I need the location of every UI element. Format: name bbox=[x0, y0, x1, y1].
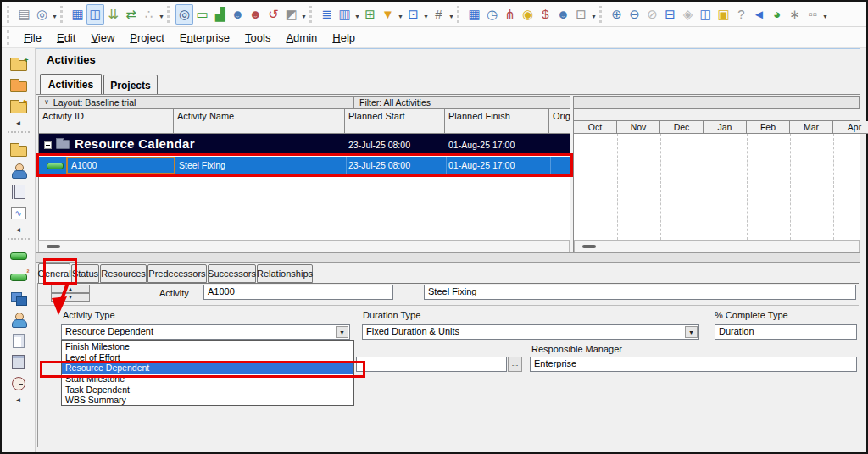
thresholds-icon[interactable] bbox=[2, 373, 35, 394]
dropdown-caret-icon[interactable]: ▼ bbox=[397, 14, 404, 19]
column-header-activity-id[interactable]: Activity ID bbox=[38, 108, 174, 134]
split-vertical-icon[interactable]: ◫ bbox=[697, 4, 715, 25]
zoom-100-icon[interactable]: ⊘ bbox=[643, 4, 661, 25]
column-header-planned-start[interactable]: Planned Start bbox=[345, 108, 445, 134]
line-numbers-icon[interactable]: # bbox=[430, 4, 448, 25]
dropdown-caret-icon[interactable]: ▼ bbox=[422, 14, 430, 19]
assign-resource-icon[interactable]: ☻ bbox=[229, 4, 247, 25]
new-project-icon[interactable]: + bbox=[2, 53, 35, 75]
level-resources-icon[interactable]: ⋔ bbox=[501, 4, 519, 25]
dropdown-option-task-dependent[interactable]: Task Dependent bbox=[62, 385, 353, 396]
spreadsheet-icon[interactable]: ⊞ bbox=[361, 4, 379, 25]
dropdown-caret-icon[interactable]: ▼ bbox=[300, 14, 308, 19]
menu-edit[interactable]: Edit bbox=[49, 30, 83, 46]
column-header-planned-finish[interactable]: Planned Finish bbox=[445, 108, 549, 134]
responsible-manager-field[interactable]: Enterprise bbox=[530, 357, 857, 372]
summarize-icon[interactable]: ☻ bbox=[554, 4, 572, 25]
menu-tools[interactable]: Tools bbox=[237, 30, 278, 46]
focus-icon[interactable]: ◈ bbox=[679, 4, 697, 25]
wbs-browse-button[interactable]: ... bbox=[508, 357, 522, 372]
windows-icon[interactable]: ▫▫ bbox=[804, 4, 821, 25]
filter-icon[interactable]: ▼ bbox=[379, 4, 397, 25]
expenses-icon[interactable] bbox=[2, 352, 35, 373]
percent-complete-type-combo[interactable]: Duration bbox=[715, 324, 857, 340]
notebook-topics-icon[interactable]: ▣ bbox=[715, 4, 732, 25]
close-project-icon[interactable]: ↰ bbox=[2, 96, 35, 117]
apply-actuals-icon[interactable]: ◉ bbox=[519, 4, 537, 25]
trace-logic-icon[interactable]: ⇄ bbox=[122, 4, 140, 25]
collapse-arrow-icon[interactable]: ◄ bbox=[2, 117, 35, 129]
collapse-arrow-icon[interactable]: ◄ bbox=[2, 224, 35, 235]
remove-resource-icon[interactable]: ☻ bbox=[247, 4, 264, 25]
search-icon[interactable]: ◎ bbox=[175, 4, 193, 25]
assignments-icon[interactable]: ² bbox=[2, 267, 35, 288]
duration-type-combo[interactable]: Fixed Duration & Units ▼ bbox=[362, 324, 699, 340]
megaphone-icon[interactable]: ◄ bbox=[750, 4, 768, 25]
histogram-icon[interactable]: ◩ bbox=[282, 4, 300, 25]
collapse-minus-icon[interactable] bbox=[44, 141, 52, 149]
column-header-activity-name[interactable]: Activity Name bbox=[174, 108, 345, 134]
dropdown-caret-icon[interactable]: ▼ bbox=[158, 14, 165, 19]
menu-view[interactable]: View bbox=[83, 30, 122, 46]
dropdown-caret-icon[interactable]: ▼ bbox=[448, 14, 455, 19]
menu-project[interactable]: Project bbox=[122, 30, 171, 46]
menu-admin[interactable]: Admin bbox=[278, 30, 325, 46]
usage-chart-icon[interactable]: ▟ bbox=[211, 4, 229, 25]
column-header-orig[interactable]: Orig bbox=[549, 108, 570, 134]
details-tab-successors[interactable]: Successors bbox=[208, 264, 256, 283]
menu-help[interactable]: Help bbox=[325, 30, 363, 46]
combo-dropdown-icon[interactable]: ▼ bbox=[336, 326, 348, 338]
schedule-icon[interactable]: ◷ bbox=[483, 4, 501, 25]
hierarchy-icon[interactable]: ∴ bbox=[140, 4, 158, 25]
documents-icon[interactable] bbox=[2, 330, 35, 352]
activity-id-field[interactable]: A1000 bbox=[203, 285, 393, 300]
add-row-icon[interactable]: ▭ bbox=[193, 4, 211, 25]
fill-down-icon[interactable]: ⇊ bbox=[104, 4, 122, 25]
split-horizontal-icon[interactable]: ⊟ bbox=[661, 4, 679, 25]
tracking-icon[interactable]: ∿ bbox=[2, 202, 35, 224]
activities-icon[interactable] bbox=[2, 246, 35, 267]
table-hscrollbar[interactable] bbox=[38, 240, 570, 252]
zoom-out-icon[interactable]: ⊖ bbox=[626, 4, 643, 25]
group-sort-icon[interactable]: ≣ bbox=[318, 4, 336, 25]
menu-enterprise[interactable]: Enterprise bbox=[172, 30, 237, 46]
activity-type-combo[interactable]: Resource Dependent ▼ bbox=[61, 324, 350, 340]
columns-icon[interactable]: ▥ bbox=[336, 4, 353, 25]
dropdown-caret-icon[interactable]: ▼ bbox=[821, 14, 829, 19]
store-period-icon[interactable]: ⊡ bbox=[572, 4, 590, 25]
resources-icon[interactable] bbox=[2, 160, 35, 181]
layout-icon[interactable]: ◫ bbox=[86, 4, 104, 25]
activity-details-icon[interactable]: ▦ bbox=[465, 4, 483, 25]
print-preview-icon[interactable]: ◎ bbox=[33, 4, 51, 25]
details-tab-relationships[interactable]: Relationships bbox=[257, 264, 313, 283]
obs-icon[interactable] bbox=[2, 309, 35, 330]
reports-icon[interactable] bbox=[2, 181, 35, 202]
open-project-icon[interactable] bbox=[2, 75, 35, 96]
dropdown-caret-icon[interactable]: ▼ bbox=[51, 14, 58, 19]
help-icon[interactable]: ? bbox=[732, 4, 750, 25]
collapse-arrow-icon[interactable]: ◄ bbox=[2, 394, 35, 406]
horizontal-splitter[interactable] bbox=[36, 252, 860, 263]
details-tab-predecessors[interactable]: Predecessors bbox=[147, 264, 207, 283]
dropdown-caret-icon[interactable]: ▼ bbox=[353, 14, 361, 19]
zoom-in-icon[interactable]: ⊕ bbox=[608, 4, 626, 25]
layout-bar[interactable]: ∨ Layout: Baseline trial bbox=[38, 96, 354, 108]
print-icon[interactable]: ▤ bbox=[15, 4, 33, 25]
gantt-hscrollbar[interactable] bbox=[574, 240, 860, 252]
activity-name-field[interactable]: Steel Fixing bbox=[424, 285, 856, 300]
menu-file[interactable]: File bbox=[16, 30, 49, 46]
update-progress-icon[interactable]: $ bbox=[537, 4, 554, 25]
columns-spreadsheet-icon[interactable]: ▦ bbox=[69, 4, 86, 25]
dropdown-caret-icon[interactable]: ▼ bbox=[590, 14, 598, 19]
tab-projects[interactable]: Projects bbox=[103, 75, 158, 95]
lasso-icon[interactable]: ↺ bbox=[264, 4, 282, 25]
wbs-icon[interactable] bbox=[2, 288, 35, 309]
dropdown-option-finish-milestone[interactable]: Finish Milestone bbox=[62, 341, 353, 352]
online-help-icon[interactable]: ◕ bbox=[768, 4, 786, 25]
filter-bar[interactable]: Filter: All Activities bbox=[354, 96, 860, 108]
tab-activities[interactable]: Activities bbox=[40, 74, 102, 95]
wbs-field[interactable] bbox=[356, 357, 507, 372]
layout-window-icon[interactable]: ⊡ bbox=[404, 4, 422, 25]
combo-dropdown-icon[interactable]: ▼ bbox=[685, 326, 698, 338]
settings-gears-icon[interactable]: ∗ bbox=[786, 4, 804, 25]
